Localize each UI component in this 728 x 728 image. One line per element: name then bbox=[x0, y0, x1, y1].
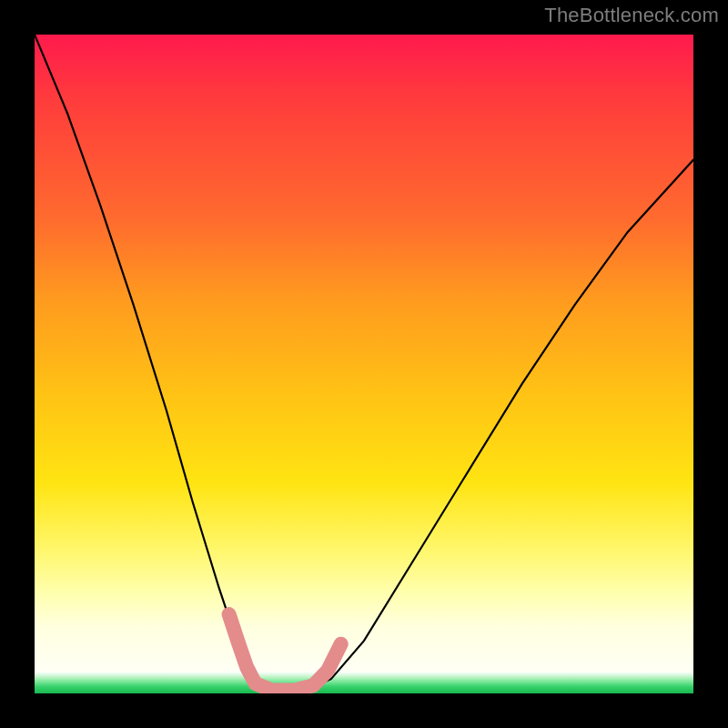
watermark-text: TheBottleneck.com bbox=[544, 4, 719, 27]
valley-marker bbox=[229, 614, 341, 690]
plot-area bbox=[35, 35, 693, 693]
curve-layer bbox=[35, 35, 693, 693]
bottleneck-curve bbox=[35, 35, 693, 693]
chart-frame: TheBottleneck.com bbox=[0, 0, 728, 728]
